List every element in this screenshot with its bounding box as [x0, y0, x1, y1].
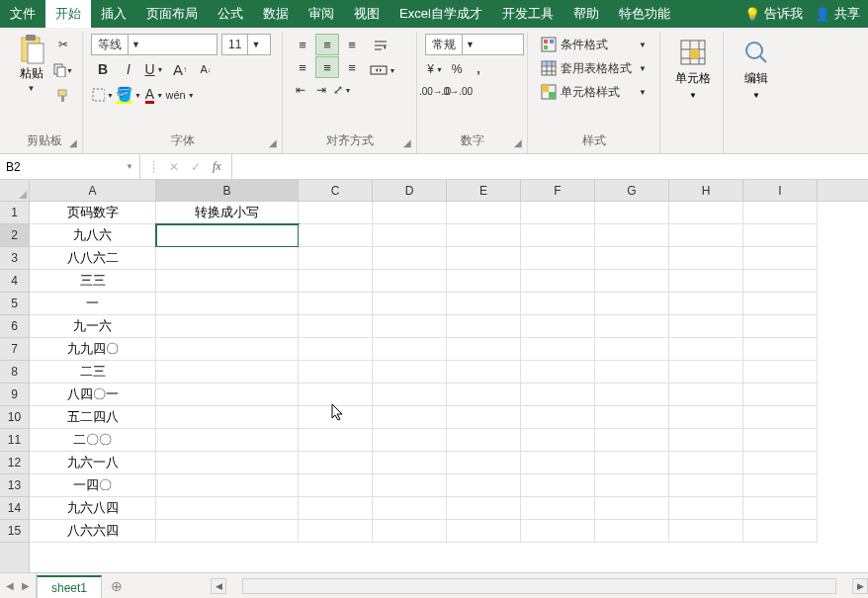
copy-button[interactable]: ▼	[52, 59, 74, 81]
cell-G11[interactable]	[595, 429, 669, 452]
cell-C5[interactable]	[299, 293, 373, 315]
cell-H3[interactable]	[669, 247, 743, 270]
cell-F6[interactable]	[521, 315, 595, 338]
tab-help[interactable]: 帮助	[564, 0, 609, 28]
row-header-5[interactable]: 5	[0, 293, 29, 315]
cell-B2[interactable]	[156, 224, 299, 247]
cell-B9[interactable]	[156, 384, 299, 406]
cell-I3[interactable]	[743, 247, 818, 270]
col-header-H[interactable]: H	[669, 180, 743, 201]
cell-F10[interactable]	[521, 406, 595, 429]
row-header-3[interactable]: 3	[0, 247, 29, 270]
cell-G5[interactable]	[595, 293, 669, 315]
col-header-A[interactable]: A	[30, 180, 156, 201]
underline-button[interactable]: U▼	[142, 57, 166, 81]
add-sheet-button[interactable]: ⊕	[102, 573, 131, 598]
decrease-indent-button[interactable]: ⇤	[291, 80, 310, 100]
cell-G9[interactable]	[595, 384, 669, 406]
cell-D4[interactable]	[373, 270, 447, 293]
row-header-11[interactable]: 11	[0, 429, 29, 452]
cell-E11[interactable]	[447, 429, 521, 452]
cell-E9[interactable]	[447, 384, 521, 406]
accept-formula-button[interactable]: ✓	[191, 160, 201, 174]
row-header-6[interactable]: 6	[0, 315, 29, 338]
cell-E8[interactable]	[447, 361, 521, 384]
paste-button[interactable]: 粘贴 ▼	[14, 34, 48, 93]
cell-D11[interactable]	[373, 429, 447, 452]
cell-I4[interactable]	[743, 270, 818, 293]
prev-sheet-icon[interactable]: ◀	[6, 580, 14, 591]
cell-F15[interactable]	[521, 520, 595, 543]
cell-E15[interactable]	[447, 520, 521, 543]
fx-button[interactable]: fx	[213, 159, 221, 174]
cell-H2[interactable]	[669, 224, 743, 247]
cell-I2[interactable]	[743, 224, 818, 247]
hscroll[interactable]: ◀ ▶	[211, 573, 868, 598]
cell-A12[interactable]: 九六一八	[30, 452, 156, 474]
cell-F7[interactable]	[521, 338, 595, 361]
cell-F4[interactable]	[521, 270, 595, 293]
cell-H6[interactable]	[669, 315, 743, 338]
tab-formula[interactable]: 公式	[208, 0, 253, 28]
cell-E14[interactable]	[447, 497, 521, 520]
col-header-B[interactable]: B	[156, 180, 299, 201]
percent-button[interactable]: %	[447, 59, 467, 79]
col-header-C[interactable]: C	[299, 180, 373, 201]
row-header-14[interactable]: 14	[0, 497, 29, 520]
cell-I13[interactable]	[743, 474, 818, 497]
cell-G13[interactable]	[595, 474, 669, 497]
cell-C9[interactable]	[299, 384, 373, 406]
cell-D14[interactable]	[373, 497, 447, 520]
scroll-left-button[interactable]: ◀	[211, 578, 226, 594]
cell-I1[interactable]	[743, 202, 818, 224]
cell-C6[interactable]	[299, 315, 373, 338]
sheet-tab[interactable]: sheet1	[37, 575, 102, 598]
cell-A13[interactable]: 一四〇	[30, 474, 156, 497]
tab-features[interactable]: 特色功能	[609, 0, 680, 28]
cell-B15[interactable]	[156, 520, 299, 543]
cut-button[interactable]: ✂	[52, 34, 74, 55]
font-name-combo[interactable]: 等线 ▼	[91, 34, 217, 55]
editing-button[interactable]: 编辑 ▼	[732, 34, 781, 105]
cell-A3[interactable]: 八八六二	[30, 247, 156, 270]
cell-F8[interactable]	[521, 361, 595, 384]
cell-F14[interactable]	[521, 497, 595, 520]
cell-I11[interactable]	[743, 429, 818, 452]
align-center-button[interactable]: ≡	[315, 56, 339, 78]
number-launcher[interactable]: ◢	[511, 135, 525, 149]
cell-H9[interactable]	[669, 384, 743, 406]
row-header-10[interactable]: 10	[0, 406, 29, 429]
cell-E3[interactable]	[447, 247, 521, 270]
cell-I7[interactable]	[743, 338, 818, 361]
chevron-down-icon[interactable]: ▼	[247, 35, 263, 54]
cell-C7[interactable]	[299, 338, 373, 361]
cell-D10[interactable]	[373, 406, 447, 429]
align-left-button[interactable]: ≡	[291, 56, 314, 78]
next-sheet-icon[interactable]: ▶	[22, 580, 30, 591]
cell-G10[interactable]	[595, 406, 669, 429]
cell-B14[interactable]	[156, 497, 299, 520]
border-button[interactable]: ▼	[91, 83, 115, 107]
tab-review[interactable]: 审阅	[299, 0, 344, 28]
select-all-corner[interactable]	[0, 180, 30, 202]
cell-A14[interactable]: 九六八四	[30, 497, 156, 520]
row-header-15[interactable]: 15	[0, 520, 29, 543]
formula-input[interactable]	[232, 154, 868, 179]
cell-I6[interactable]	[743, 315, 818, 338]
tab-data[interactable]: 数据	[253, 0, 299, 28]
cell-H12[interactable]	[669, 452, 743, 474]
shrink-font-button[interactable]: A↓	[194, 57, 217, 81]
cell-F3[interactable]	[521, 247, 595, 270]
cell-A10[interactable]: 五二四八	[30, 406, 156, 429]
cell-B6[interactable]	[156, 315, 299, 338]
cell-G12[interactable]	[595, 452, 669, 474]
cell-I5[interactable]	[743, 293, 818, 315]
align-bottom-button[interactable]: ≡	[340, 34, 364, 55]
cell-C2[interactable]	[299, 224, 373, 247]
cell-B5[interactable]	[156, 293, 299, 315]
row-header-9[interactable]: 9	[0, 384, 29, 406]
cell-C10[interactable]	[299, 406, 373, 429]
orientation-button[interactable]: ⤢▼	[332, 80, 352, 100]
cell-C11[interactable]	[299, 429, 373, 452]
cell-C4[interactable]	[299, 270, 373, 293]
